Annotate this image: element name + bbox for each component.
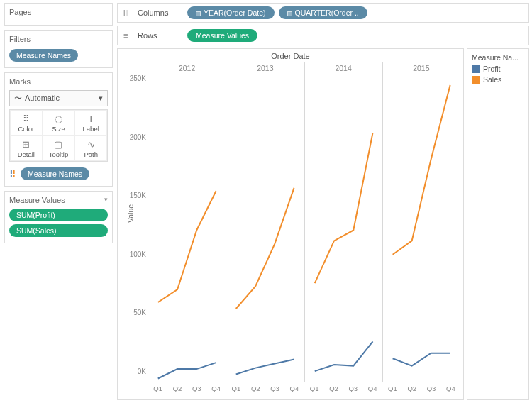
pages-title: Pages	[9, 8, 108, 16]
series-line-profit	[314, 341, 372, 371]
chart-panel: 2013 Q1Q2Q3Q4	[226, 62, 304, 392]
series-line-profit	[158, 363, 216, 378]
x-tick-label: Q1	[310, 385, 319, 392]
path-icon: ∿	[75, 139, 106, 150]
marks-tooltip-button[interactable]: ▢Tooltip	[43, 136, 75, 161]
x-tick-label: Q2	[329, 385, 338, 392]
x-tick-label: Q1	[232, 385, 241, 392]
legend-swatch	[472, 76, 480, 84]
chart-panels: Value 250K 200K 150K 100K 50K 0K 2012	[121, 62, 460, 392]
legend-label: Sales	[483, 75, 501, 84]
mv-pill-sum-profit[interactable]: SUM(Profit)	[9, 209, 108, 221]
app-root: Pages Filters Measure Names Marks 〜Autom…	[0, 0, 532, 403]
marks-panel: Marks 〜Automatic ▾ ⠿Color ◌Size TLabel ⊞…	[4, 72, 113, 187]
marks-type-selector[interactable]: 〜Automatic ▾	[9, 90, 108, 106]
filters-title: Filters	[9, 35, 108, 43]
series-line-sales	[314, 133, 372, 283]
line-icon: 〜	[14, 94, 22, 102]
chart-panel: 2012 Q1Q2Q3Q4	[148, 62, 226, 392]
chart-area[interactable]: Order Date Value 250K 200K 150K 100K 50K…	[117, 48, 464, 400]
marks-color-button[interactable]: ⠿Color	[10, 110, 43, 136]
panel-header: 2013	[226, 62, 304, 74]
marks-label-button[interactable]: TLabel	[74, 110, 107, 136]
measure-values-panel: Measure Values SUM(Profit) SUM(Sales)	[4, 191, 113, 243]
x-tick-label: Q1	[388, 385, 397, 392]
row-pill-measure-values[interactable]: Measure Values	[187, 29, 257, 42]
panel-header: 2012	[148, 62, 226, 74]
plot-area[interactable]	[304, 74, 382, 382]
line-chart-svg	[305, 74, 382, 382]
x-tick-label: Q4	[290, 385, 299, 392]
columns-label: Columns	[138, 9, 187, 17]
legend-swatch	[472, 65, 480, 73]
x-tick-label: Q3	[192, 385, 201, 392]
x-tick-label: Q3	[427, 385, 436, 392]
mv-pill-sum-sales[interactable]: SUM(Sales)	[9, 224, 108, 237]
size-icon: ◌	[43, 114, 74, 125]
detail-icon: ⊞	[11, 139, 42, 150]
chevron-down-icon: ▾	[99, 94, 103, 103]
panel-header: 2015	[382, 62, 460, 74]
rows-label: Rows	[138, 31, 187, 40]
color-icon: ⠿	[11, 114, 42, 125]
columns-shelf[interactable]: iii Columns YEAR(Order Date) QUARTER(Ord…	[117, 3, 529, 23]
y-axis-ticks: 250K 200K 150K 100K 50K 0K	[130, 74, 146, 375]
line-chart-svg	[148, 74, 226, 382]
marks-path-button[interactable]: ∿Path	[74, 136, 107, 161]
chart-panel: 2014 Q1Q2Q3Q4	[304, 62, 382, 392]
legend-panel[interactable]: Measure Na... Profit Sales	[467, 48, 529, 400]
series-line-sales	[236, 188, 294, 309]
x-axis: Q1Q2Q3Q4	[148, 382, 226, 392]
line-chart-svg	[226, 74, 304, 382]
label-icon: T	[75, 114, 106, 125]
series-line-profit	[236, 360, 294, 375]
series-line-profit	[392, 353, 450, 366]
panel-header: 2014	[304, 62, 382, 74]
plot-area[interactable]	[226, 74, 304, 382]
discrete-icon	[287, 11, 292, 16]
series-line-sales	[158, 191, 216, 302]
series-line-sales	[392, 85, 450, 255]
x-tick-label: Q3	[270, 385, 279, 392]
x-axis: Q1Q2Q3Q4	[382, 382, 460, 392]
viz-row: Order Date Value 250K 200K 150K 100K 50K…	[117, 48, 529, 400]
color-dots-icon: ⠿	[9, 169, 16, 180]
x-tick-label: Q2	[407, 385, 416, 392]
line-chart-svg	[383, 74, 460, 382]
chart-title: Order Date	[121, 52, 460, 60]
measure-values-title[interactable]: Measure Values	[9, 196, 108, 204]
plot-area[interactable]	[148, 74, 226, 382]
filter-pill-measure-names[interactable]: Measure Names	[9, 49, 78, 62]
x-tick-label: Q4	[211, 385, 221, 392]
x-axis: Q1Q2Q3Q4	[226, 382, 304, 392]
legend-item-profit[interactable]: Profit	[472, 65, 524, 73]
plot-area[interactable]	[382, 74, 460, 382]
pages-panel[interactable]: Pages	[4, 3, 113, 26]
x-tick-label: Q4	[368, 385, 377, 392]
marks-title: Marks	[9, 77, 108, 86]
legend-item-sales[interactable]: Sales	[472, 75, 524, 84]
legend-title: Measure Na...	[472, 53, 524, 62]
marks-grid: ⠿Color ◌Size TLabel ⊞Detail ▢Tooltip ∿Pa…	[9, 109, 108, 162]
x-tick-label: Q3	[348, 385, 358, 392]
x-axis: Q1Q2Q3Q4	[304, 382, 382, 392]
rows-icon: ≡	[123, 31, 133, 40]
x-tick-label: Q2	[173, 385, 182, 392]
chart-panel: 2015 Q1Q2Q3Q4	[382, 62, 460, 392]
filters-panel[interactable]: Filters Measure Names	[4, 30, 113, 68]
x-tick-label: Q2	[251, 385, 260, 392]
marks-pill-measure-names[interactable]: Measure Names	[21, 167, 89, 180]
right-area: iii Columns YEAR(Order Date) QUARTER(Ord…	[117, 0, 532, 403]
y-axis: Value 250K 200K 150K 100K 50K 0K	[121, 62, 148, 392]
discrete-icon	[196, 11, 201, 16]
x-tick-label: Q4	[446, 385, 455, 392]
x-tick-label: Q1	[153, 385, 162, 392]
col-pill-year[interactable]: YEAR(Order Date)	[187, 6, 275, 19]
col-pill-quarter[interactable]: QUARTER(Order ..	[279, 6, 367, 19]
left-sidebar: Pages Filters Measure Names Marks 〜Autom…	[0, 0, 117, 403]
marks-color-encoding-row[interactable]: ⠿ Measure Names	[9, 166, 108, 182]
marks-detail-button[interactable]: ⊞Detail	[10, 136, 43, 161]
rows-shelf[interactable]: ≡ Rows Measure Values	[117, 26, 529, 45]
tooltip-icon: ▢	[43, 139, 74, 150]
marks-size-button[interactable]: ◌Size	[43, 110, 75, 136]
